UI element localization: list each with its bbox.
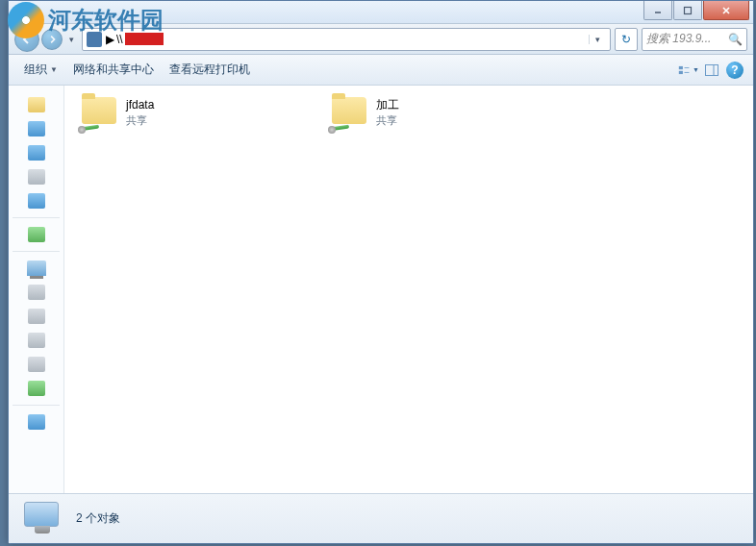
close-button[interactable] xyxy=(703,1,749,20)
address-path: ▶ \\ xyxy=(106,33,589,46)
folder-icon xyxy=(28,97,45,112)
file-list[interactable]: jfdata 共享 加工 共享 xyxy=(64,86,753,493)
svg-rect-5 xyxy=(679,70,683,73)
shared-folder-icon xyxy=(328,95,368,134)
toolbar: 组织 ▼ 网络和共享中心 查看远程打印机 ▼ ? xyxy=(9,55,753,86)
doc-icon xyxy=(28,169,45,185)
library-icon xyxy=(28,121,45,136)
computer-icon xyxy=(20,500,63,538)
computer-icon xyxy=(87,32,102,47)
divider xyxy=(13,217,60,218)
nav-history-dropdown[interactable]: ▾ xyxy=(64,35,78,44)
library-icon xyxy=(28,145,45,161)
path-prefix: \\ xyxy=(116,33,123,46)
minimize-button[interactable] xyxy=(643,1,672,20)
excel-icon xyxy=(28,381,45,396)
sidebar-item[interactable] xyxy=(9,190,63,211)
library-icon xyxy=(28,193,45,209)
shared-folder-icon xyxy=(78,95,118,134)
sidebar-item[interactable] xyxy=(9,166,63,187)
help-button[interactable]: ? xyxy=(724,60,745,81)
homegroup-icon xyxy=(28,227,45,242)
search-placeholder: 搜索 193.9... xyxy=(646,31,726,47)
item-name: jfdata xyxy=(126,97,154,113)
redacted-address xyxy=(125,33,164,45)
sidebar-item[interactable] xyxy=(9,224,63,245)
body-area: jfdata 共享 加工 共享 xyxy=(9,86,753,493)
maximize-button[interactable] xyxy=(673,1,702,20)
item-type: 共享 xyxy=(126,113,154,128)
help-icon: ? xyxy=(726,62,743,79)
sidebar-item[interactable] xyxy=(9,354,63,375)
view-remote-printers-button[interactable]: 查看远程打印机 xyxy=(162,58,258,82)
item-text: jfdata 共享 xyxy=(126,95,154,128)
address-bar: ▾ ▶ \\ ▾ ↻ 搜索 193.9... 🔍 xyxy=(9,24,753,55)
sidebar-item-network[interactable] xyxy=(9,411,63,433)
computer-icon xyxy=(27,261,46,276)
drive-icon xyxy=(28,285,45,300)
chevron-down-icon: ▼ xyxy=(50,65,58,74)
organize-menu[interactable]: 组织 ▼ xyxy=(16,58,65,82)
back-button[interactable] xyxy=(14,27,39,52)
address-dropdown[interactable]: ▾ xyxy=(589,35,606,44)
navigation-pane[interactable] xyxy=(9,86,64,493)
search-input[interactable]: 搜索 193.9... 🔍 xyxy=(642,28,747,51)
network-sharing-center-button[interactable]: 网络和共享中心 xyxy=(65,58,162,82)
details-pane: 2 个对象 xyxy=(9,493,753,543)
divider xyxy=(13,405,60,406)
sidebar-item-computer[interactable] xyxy=(9,258,63,279)
window-controls xyxy=(643,1,753,20)
breadcrumb-arrow-icon: ▶ xyxy=(106,33,114,46)
search-icon[interactable]: 🔍 xyxy=(728,33,743,46)
item-name: 加工 xyxy=(376,97,399,113)
drive-icon xyxy=(28,333,45,348)
sidebar-item[interactable] xyxy=(9,282,63,303)
object-count: 2 个对象 xyxy=(76,510,120,527)
sidebar-item[interactable] xyxy=(9,142,63,163)
sidebar-item[interactable] xyxy=(9,330,63,351)
sidebar-item[interactable] xyxy=(9,306,63,327)
organize-label: 组织 xyxy=(24,62,47,78)
address-field[interactable]: ▶ \\ ▾ xyxy=(82,28,611,51)
svg-rect-8 xyxy=(706,64,718,75)
sidebar-item[interactable] xyxy=(9,378,63,399)
drive-icon xyxy=(28,309,45,324)
chevron-down-icon: ▼ xyxy=(693,66,699,73)
item-text: 加工 共享 xyxy=(376,95,399,128)
divider xyxy=(13,251,60,252)
svg-rect-1 xyxy=(685,7,692,13)
item-type: 共享 xyxy=(376,113,399,128)
titlebar xyxy=(9,1,753,24)
view-options-button[interactable]: ▼ xyxy=(678,60,699,81)
svg-rect-4 xyxy=(679,65,683,68)
shared-folder-item[interactable]: jfdata 共享 xyxy=(78,95,290,134)
nav-buttons: ▾ xyxy=(14,27,78,52)
explorer-window: ▾ ▶ \\ ▾ ↻ 搜索 193.9... 🔍 组织 ▼ 网络和共享中心 查看… xyxy=(8,0,754,544)
network-icon xyxy=(28,414,45,430)
forward-button[interactable] xyxy=(41,29,63,50)
preview-pane-button[interactable] xyxy=(701,60,722,81)
drive-icon xyxy=(28,357,45,372)
sidebar-item[interactable] xyxy=(9,118,63,139)
refresh-button[interactable]: ↻ xyxy=(615,28,638,51)
sidebar-item[interactable] xyxy=(9,94,63,115)
shared-folder-item[interactable]: 加工 共享 xyxy=(328,95,540,134)
